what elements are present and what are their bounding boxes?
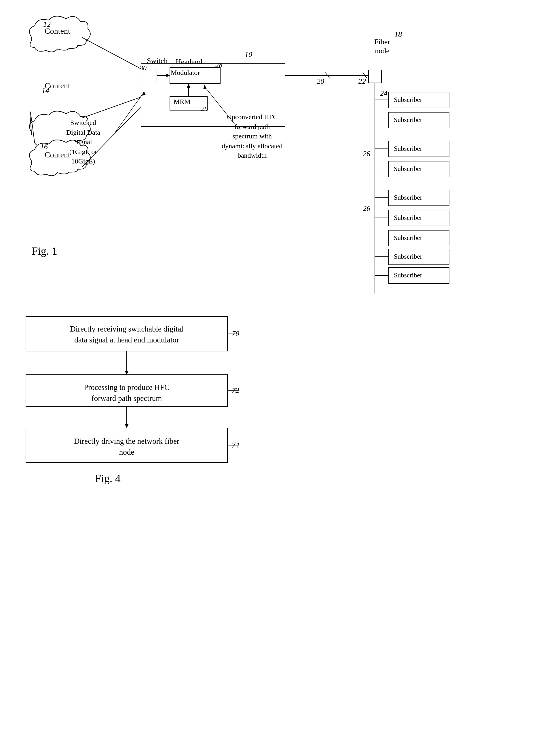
content1-label: Content bbox=[45, 26, 70, 36]
subscriber-9: Subscriber bbox=[394, 271, 422, 280]
svg-marker-8 bbox=[187, 83, 190, 88]
svg-marker-37 bbox=[142, 91, 146, 96]
modulator-label: Modulator bbox=[171, 68, 200, 77]
subscriber-1: Subscriber bbox=[394, 96, 422, 104]
subscriber-7: Subscriber bbox=[394, 234, 422, 242]
svg-marker-10 bbox=[166, 74, 170, 77]
ref-26a: 26 bbox=[363, 150, 370, 158]
ref-28: 28 bbox=[215, 61, 222, 69]
svg-line-0 bbox=[82, 37, 147, 72]
ref-30: 30 bbox=[140, 64, 146, 72]
svg-rect-12 bbox=[369, 70, 382, 83]
fig1-diagram: 12 14 16 Content Content Content Switch … bbox=[9, 9, 533, 311]
subscriber-5: Subscriber bbox=[394, 193, 422, 202]
fiber-node-label: Fibernode bbox=[374, 37, 390, 55]
svg-line-32 bbox=[325, 73, 330, 78]
page: 12 14 16 Content Content Content Switch … bbox=[0, 0, 545, 756]
ref-10: 10 bbox=[245, 50, 252, 59]
content2-label: Content bbox=[45, 81, 70, 91]
upconverted-label: Upconverted HFCforward pathspectrum with… bbox=[222, 112, 283, 161]
ref-24: 24 bbox=[380, 89, 388, 98]
ref-26b: 26 bbox=[363, 204, 370, 213]
subscriber-2: Subscriber bbox=[394, 116, 422, 124]
ref-20: 20 bbox=[317, 77, 324, 86]
svg-line-36 bbox=[115, 92, 144, 132]
fig4-label: Fig. 4 bbox=[95, 472, 121, 485]
ref-29: 29 bbox=[201, 105, 208, 113]
mrm-label: MRM bbox=[173, 97, 190, 106]
switched-signal-label: SwitchedDigital DataSignal(1GigE or10Gig… bbox=[66, 118, 100, 166]
subscriber-4: Subscriber bbox=[394, 165, 422, 173]
switch-label: Switch bbox=[147, 56, 167, 66]
ref-18: 18 bbox=[395, 30, 402, 39]
subscriber-6: Subscriber bbox=[394, 214, 422, 222]
subscriber-3: Subscriber bbox=[394, 144, 422, 153]
svg-marker-35 bbox=[203, 85, 207, 89]
fig1-label: Fig. 1 bbox=[32, 245, 57, 257]
svg-line-1 bbox=[82, 95, 147, 118]
subscriber-8: Subscriber bbox=[394, 252, 422, 261]
headend-label: Headend bbox=[176, 57, 202, 67]
ref-22: 22 bbox=[359, 77, 366, 86]
